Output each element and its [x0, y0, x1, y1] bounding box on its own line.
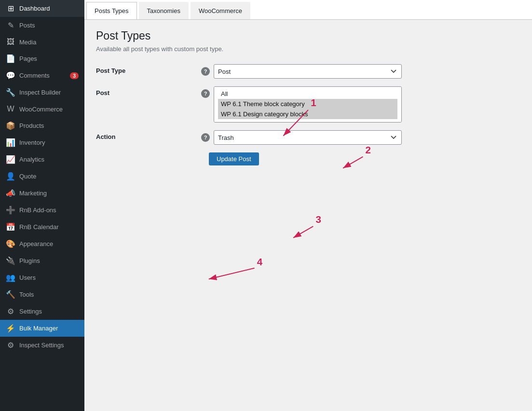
quote-icon: 👤 [6, 172, 15, 181]
sidebar-item-products[interactable]: 📦 Products [0, 117, 84, 134]
sidebar-label-inspect-settings: Inspect Settings [19, 342, 79, 349]
sidebar-label-woocommerce: WooCommerce [19, 106, 79, 113]
update-post-button[interactable]: Update Post [209, 152, 259, 165]
post-type-control: PostPageCustom [214, 64, 520, 79]
main-content: Posts TypesTaxonomiesWooCommerce Post Ty… [84, 0, 532, 411]
page-subtitle: Available all post types with custom pos… [96, 45, 520, 53]
post-type-select[interactable]: PostPageCustom [214, 64, 402, 79]
action-help-icon[interactable]: ? [201, 133, 210, 142]
sidebar-item-settings[interactable]: ⚙ Settings [0, 303, 84, 320]
dashboard-icon: ⊞ [6, 4, 15, 13]
sidebar-item-plugins[interactable]: 🔌 Plugins [0, 252, 84, 269]
users-icon: 👥 [6, 273, 15, 282]
rnb-calendar-icon: 📅 [6, 222, 15, 232]
action-select[interactable]: TrashDeleteDraftPublish [214, 130, 402, 145]
sidebar-label-pages: Pages [19, 55, 79, 62]
inventory-icon: 📊 [6, 138, 15, 147]
marketing-icon: 📣 [6, 189, 15, 198]
sidebar-item-media[interactable]: 🖼 Media [0, 34, 84, 50]
sidebar-label-appearance: Appearance [19, 240, 79, 247]
sidebar-label-bulk-manager: Bulk Manager [19, 325, 79, 332]
post-type-help-icon[interactable]: ? [201, 67, 210, 76]
sidebar-item-inspect-settings[interactable]: ⚙ Inspect Settings [0, 337, 84, 354]
post-type-label: Post Type [96, 64, 197, 74]
sidebar-item-pages[interactable]: 📄 Pages [0, 50, 84, 67]
arrow-4 [209, 268, 255, 279]
sidebar-label-plugins: Plugins [19, 257, 79, 264]
sidebar-item-users[interactable]: 👥 Users [0, 269, 84, 286]
sidebar-item-dashboard[interactable]: ⊞ Dashboard [0, 0, 84, 17]
sidebar-label-inspect-builder: Inspect Builder [19, 89, 79, 96]
sidebar-items: ⊞ Dashboard ✎ Posts 🖼 Media 📄 Pages 💬 Co… [0, 0, 84, 354]
rnb-addons-icon: ➕ [6, 206, 15, 215]
sidebar-item-bulk-manager[interactable]: ⚡ Bulk Manager [0, 320, 84, 337]
sidebar-item-comments[interactable]: 💬 Comments 3 [0, 67, 84, 84]
media-icon: 🖼 [6, 38, 15, 46]
sidebar-item-posts[interactable]: ✎ Posts [0, 17, 84, 34]
update-button-area: Update Post [209, 152, 520, 165]
sidebar-item-marketing[interactable]: 📣 Marketing [0, 185, 84, 202]
sidebar-item-quote[interactable]: 👤 Quote [0, 168, 84, 185]
sidebar-item-appearance[interactable]: 🎨 Appearance [0, 235, 84, 252]
analytics-icon: 📈 [6, 155, 15, 164]
tab-woocommerce[interactable]: WooCommerce [191, 2, 250, 19]
action-control: TrashDeleteDraftPublish [214, 130, 520, 145]
sidebar-item-inspect-builder[interactable]: 🔧 Inspect Builder [0, 84, 84, 101]
settings-icon: ⚙ [6, 307, 15, 316]
post-listbox[interactable]: AllWP 6.1 Theme block categoryWP 6.1 Des… [214, 86, 402, 123]
posts-icon: ✎ [6, 21, 15, 30]
page-title: Post Types [96, 29, 520, 42]
woocommerce-icon: W [6, 105, 15, 113]
sidebar-item-inventory[interactable]: 📊 Inventory [0, 134, 84, 151]
plugins-icon: 🔌 [6, 256, 15, 265]
annotation-3: 3 [315, 214, 321, 225]
arrow-3 [293, 226, 313, 238]
post-label: Post [96, 86, 197, 96]
sidebar-item-woocommerce[interactable]: W WooCommerce [0, 101, 84, 117]
sidebar-label-comments: Comments [19, 72, 66, 79]
sidebar-item-tools[interactable]: 🔨 Tools [0, 286, 84, 303]
appearance-icon: 🎨 [6, 239, 15, 248]
sidebar-label-marketing: Marketing [19, 190, 79, 197]
action-row: Action ? TrashDeleteDraftPublish [96, 130, 520, 145]
comments-icon: 💬 [6, 71, 15, 80]
pages-icon: 📄 [6, 54, 15, 63]
tab-taxonomies[interactable]: Taxonomies [139, 2, 189, 19]
sidebar-label-rnb-addons: RnB Add-ons [19, 206, 79, 214]
post-type-row: Post Type ? PostPageCustom [96, 64, 520, 79]
tabs-bar: Posts TypesTaxonomiesWooCommerce [84, 0, 532, 20]
action-label: Action [96, 130, 197, 140]
badge-comments: 3 [70, 72, 79, 79]
sidebar-item-rnb-addons[interactable]: ➕ RnB Add-ons [0, 202, 84, 219]
sidebar-label-analytics: Analytics [19, 156, 79, 163]
tab-posts-types[interactable]: Posts Types [86, 2, 137, 19]
sidebar-label-users: Users [19, 274, 79, 281]
annotation-4: 4 [257, 256, 263, 267]
post-control: AllWP 6.1 Theme block categoryWP 6.1 Des… [214, 86, 520, 123]
post-row: Post ? AllWP 6.1 Theme block categoryWP … [96, 86, 520, 123]
sidebar-label-dashboard: Dashboard [19, 5, 79, 12]
sidebar-label-quote: Quote [19, 173, 79, 180]
sidebar-label-inventory: Inventory [19, 139, 79, 146]
post-help-icon[interactable]: ? [201, 89, 210, 98]
page-content: Post Types Available all post types with… [84, 20, 532, 411]
sidebar-label-posts: Posts [19, 22, 79, 29]
sidebar-label-media: Media [19, 39, 79, 46]
tools-icon: 🔨 [6, 290, 15, 299]
sidebar-item-rnb-calendar[interactable]: 📅 RnB Calendar [0, 219, 84, 235]
sidebar-label-rnb-calendar: RnB Calendar [19, 223, 79, 231]
sidebar-label-products: Products [19, 122, 79, 129]
products-icon: 📦 [6, 121, 15, 130]
sidebar: ⊞ Dashboard ✎ Posts 🖼 Media 📄 Pages 💬 Co… [0, 0, 84, 411]
sidebar-label-settings: Settings [19, 308, 79, 315]
sidebar-item-analytics[interactable]: 📈 Analytics [0, 151, 84, 168]
sidebar-label-tools: Tools [19, 291, 79, 298]
inspect-builder-icon: 🔧 [6, 88, 15, 97]
inspect-settings-icon: ⚙ [6, 341, 15, 350]
bulk-manager-icon: ⚡ [6, 324, 15, 333]
